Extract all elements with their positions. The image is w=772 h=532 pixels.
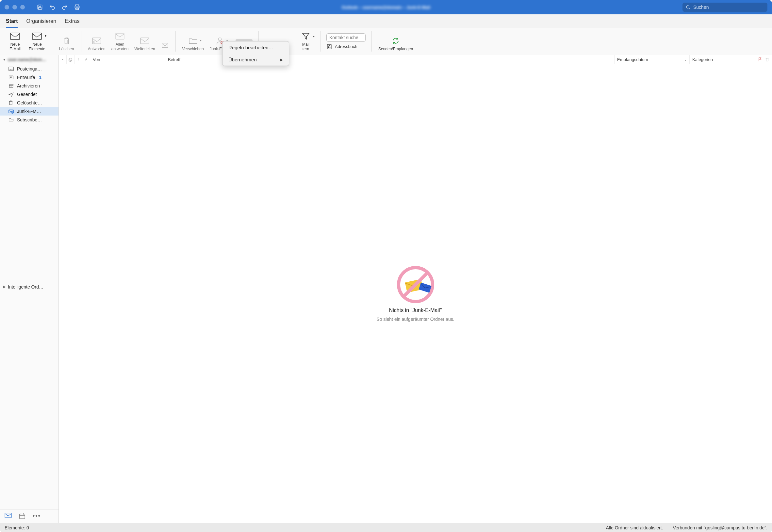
calendar-view-icon[interactable] <box>19 513 25 520</box>
col-categories[interactable]: Kategorien <box>690 55 755 64</box>
search-input[interactable] <box>693 5 764 10</box>
addressbook-label: Adressbuch <box>335 44 357 49</box>
filter-button[interactable]: ▾ Mail tern <box>297 30 314 53</box>
delete-column-icon[interactable] <box>765 57 769 62</box>
content-pane: • @ ! Von Betreff Empfangsdatum ⌄ Katego… <box>59 55 772 523</box>
svg-rect-5 <box>76 8 78 10</box>
folder-deleted[interactable]: Gelöschte… <box>0 99 58 107</box>
svg-rect-21 <box>327 44 331 49</box>
chevron-down-icon: ▼ <box>3 58 6 61</box>
col-actions <box>755 55 772 64</box>
main-area: ▼ user.name@dom… Posteinga… Entwürfe 1 <box>0 55 772 523</box>
folder-sent[interactable]: Gesendet <box>0 90 58 99</box>
column-headers: • @ ! Von Betreff Empfangsdatum ⌄ Katego… <box>59 55 772 64</box>
move-label: Verschieben <box>182 47 204 52</box>
svg-rect-30 <box>9 101 12 105</box>
filter-icon: ▾ <box>302 31 310 41</box>
window-title: Outlook – username@domain – Junk-E-Mail <box>342 5 430 10</box>
svg-point-17 <box>219 38 222 41</box>
move-button[interactable]: ▾ Verschieben <box>181 35 205 53</box>
delete-label: Löschen <box>59 47 74 52</box>
svg-rect-39 <box>766 58 768 61</box>
mail-view-icon[interactable] <box>5 513 12 520</box>
col-from[interactable]: Von <box>90 55 165 64</box>
print-icon[interactable] <box>74 4 80 10</box>
tab-start[interactable]: Start <box>6 17 18 28</box>
new-email-button[interactable]: Neue E-Mail <box>7 30 24 53</box>
search-icon <box>686 5 691 10</box>
send-receive-label: Senden/Empfangen <box>378 47 413 52</box>
svg-rect-35 <box>20 514 25 519</box>
account-name: user.name@dom… <box>8 57 46 62</box>
svg-rect-2 <box>39 8 41 9</box>
svg-rect-16 <box>162 43 167 47</box>
archive-icon <box>8 84 14 88</box>
flag-column-icon[interactable] <box>758 57 762 62</box>
more-views-icon[interactable]: ••• <box>33 513 41 520</box>
send-receive-button[interactable]: Senden/Empfangen <box>378 35 414 53</box>
empty-subtitle: So sieht ein aufgeräumter Ordner aus. <box>376 317 454 322</box>
folder-icon <box>8 117 14 122</box>
svg-rect-10 <box>65 39 68 44</box>
apply-rules-label: Übernehmen <box>229 57 257 62</box>
sent-icon <box>8 92 14 97</box>
redo-icon[interactable] <box>61 4 68 10</box>
inbox-icon <box>8 67 14 71</box>
svg-rect-8 <box>10 33 20 39</box>
reply-all-button[interactable]: Allen antworten <box>111 30 129 53</box>
reply-button[interactable]: Antworten <box>87 35 106 53</box>
folder-drafts[interactable]: Entwürfe 1 <box>0 73 58 82</box>
folder-junk[interactable]: Junk-E-M… <box>0 107 58 116</box>
col-attach[interactable] <box>82 55 90 64</box>
drafts-icon <box>8 75 14 80</box>
minimize-window-button[interactable] <box>12 5 17 9</box>
svg-rect-28 <box>9 85 13 87</box>
col-received[interactable]: Empfangsdatum ⌄ <box>615 55 690 64</box>
addressbook-button[interactable]: Adressbuch <box>326 44 366 50</box>
svg-rect-34 <box>5 513 11 518</box>
empty-state: Nichts in "Junk-E-Mail" So sieht ein auf… <box>59 64 772 523</box>
delete-button[interactable]: Löschen <box>58 35 75 53</box>
window-controls <box>5 5 25 9</box>
sidebar: ▼ user.name@dom… Posteinga… Entwürfe 1 <box>0 55 59 523</box>
edit-rules-item[interactable]: Regeln bearbeiten… <box>223 41 289 54</box>
forward-button[interactable]: Weiterleiten <box>134 35 155 53</box>
undo-icon[interactable] <box>49 4 55 10</box>
smart-folders[interactable]: ▶ Intelligente Ord… <box>0 282 58 292</box>
save-icon[interactable] <box>37 4 43 10</box>
submenu-arrow-icon: ▶ <box>280 57 283 62</box>
tab-extras[interactable]: Extras <box>65 17 79 28</box>
tab-organisieren[interactable]: Organisieren <box>26 17 56 28</box>
reply-all-label: Allen antworten <box>111 42 129 52</box>
close-window-button[interactable] <box>5 5 9 9</box>
filter-label-2: tern <box>303 47 309 52</box>
folder-inbox[interactable]: Posteinga… <box>0 65 58 73</box>
col-importance[interactable]: ! <box>74 55 82 64</box>
sync-icon <box>391 36 400 46</box>
trash-icon <box>63 36 70 46</box>
empty-junk-illustration <box>396 265 435 304</box>
search-field[interactable] <box>683 3 767 12</box>
statusbar: Elemente: 0 Alle Ordner sind aktualisier… <box>0 523 772 532</box>
zoom-window-button[interactable] <box>20 5 25 9</box>
apply-rules-item[interactable]: Übernehmen ▶ <box>223 54 289 66</box>
status-items: Elemente: 0 <box>5 525 29 530</box>
attachment-icon <box>162 40 168 50</box>
col-mention[interactable]: @ <box>67 55 74 64</box>
status-connected: Verbunden mit "gosling@campus.tu-berlin.… <box>673 525 767 530</box>
svg-rect-9 <box>32 33 41 39</box>
new-items-button[interactable]: ▾ Neue Elemente <box>28 30 46 53</box>
account-header[interactable]: ▼ user.name@dom… <box>0 55 58 64</box>
filter-label-1: Mail <box>302 42 309 47</box>
folder-subscribed[interactable]: Subscribe… <box>0 116 58 124</box>
titlebar: Outlook – username@domain – Junk-E-Mail <box>0 0 772 14</box>
svg-point-6 <box>686 6 689 8</box>
status-synced: Alle Ordner sind aktualisiert. <box>606 525 663 530</box>
col-status[interactable]: • <box>59 55 67 64</box>
attachment-small-button[interactable] <box>160 39 169 53</box>
svg-point-22 <box>329 45 330 47</box>
folder-archive[interactable]: Archivieren <box>0 82 58 90</box>
contact-search-input[interactable] <box>326 33 366 42</box>
svg-rect-42 <box>418 283 431 293</box>
svg-rect-13 <box>92 38 101 44</box>
